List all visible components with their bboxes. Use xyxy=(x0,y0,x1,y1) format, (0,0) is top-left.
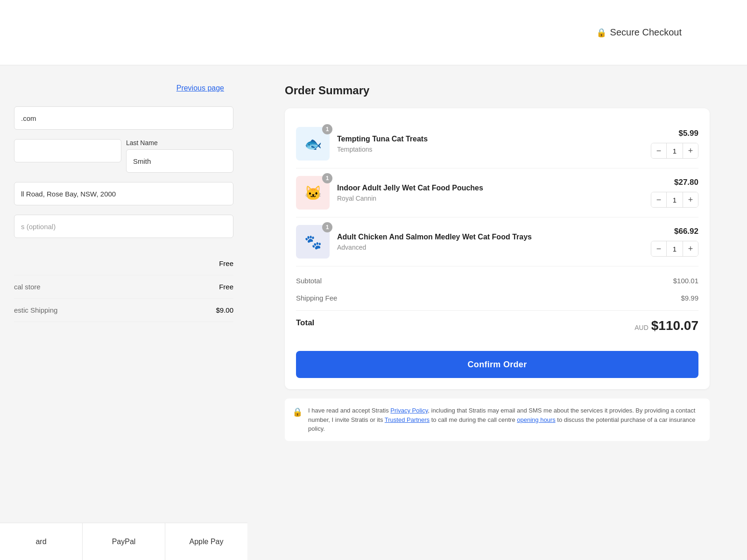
subtotal-label: Subtotal xyxy=(296,277,322,285)
order-items-card: 🐟 1 Tempting Tuna Cat Treats Temptations… xyxy=(285,108,710,389)
item-1-details: Indoor Adult Jelly Wet Cat Food Pouches … xyxy=(337,183,643,203)
item-0-badge: 1 xyxy=(322,124,332,134)
item-1-badge: 1 xyxy=(322,173,332,183)
total-currency: AUD xyxy=(634,324,648,331)
order-item-1: 🐱 1 Indoor Adult Jelly Wet Cat Food Pouc… xyxy=(296,168,698,217)
item-0-right: $5.99 − 1 + xyxy=(651,129,698,159)
item-1-right: $27.80 − 1 + xyxy=(651,178,698,208)
item-0-details: Tempting Tuna Cat Treats Temptations xyxy=(337,134,643,154)
total-value: $110.07 xyxy=(651,318,698,333)
item-1-name: Indoor Adult Jelly Wet Cat Food Pouches xyxy=(337,183,643,193)
order-summary-title: Order Summary xyxy=(285,84,710,97)
item-1-brand: Royal Cannin xyxy=(337,195,643,202)
previous-page-link[interactable]: Previous page xyxy=(14,84,233,92)
opening-hours-link[interactable]: opening hours xyxy=(517,416,555,423)
first-name-group xyxy=(14,139,121,173)
item-2-qty-decrease[interactable]: − xyxy=(651,241,666,256)
item-2-badge: 1 xyxy=(322,222,332,232)
right-panel: Order Summary 🐟 1 Tempting Tuna Cat Trea… xyxy=(247,65,747,560)
email-display: .com xyxy=(14,106,233,130)
item-2-name: Adult Chicken And Salmon Medley Wet Cat … xyxy=(337,232,643,242)
last-name-group: Last Name xyxy=(126,139,233,173)
email-section: .com xyxy=(14,106,233,130)
item-1-qty-value: 1 xyxy=(666,192,683,207)
total-row: Total AUD $110.07 xyxy=(296,310,698,338)
total-label: Total xyxy=(296,318,314,333)
item-1-qty-decrease[interactable]: − xyxy=(651,192,666,207)
payment-tab-applepay[interactable]: Apple Pay xyxy=(165,523,247,560)
order-item-0: 🐟 1 Tempting Tuna Cat Treats Temptations… xyxy=(296,119,698,168)
order-item-2: 🐾 1 Adult Chicken And Salmon Medley Wet … xyxy=(296,217,698,266)
shipping-row-2: estic Shipping $9.00 xyxy=(14,299,233,322)
item-2-right: $66.92 − 1 + xyxy=(651,227,698,257)
payment-tab-card[interactable]: ard xyxy=(0,523,83,560)
item-0-name: Tempting Tuna Cat Treats xyxy=(337,134,643,144)
item-0-price: $5.99 xyxy=(678,129,698,138)
shipping-row-0: Free xyxy=(14,252,233,275)
item-2-price: $66.92 xyxy=(674,227,698,236)
shipping-fee-row: Shipping Fee $9.99 xyxy=(296,289,698,307)
item-2-qty-value: 1 xyxy=(666,241,683,256)
last-name-input[interactable] xyxy=(126,149,233,173)
item-0-qty-value: 1 xyxy=(666,143,683,158)
total-amount: AUD $110.07 xyxy=(634,318,698,333)
item-0-qty-control: − 1 + xyxy=(651,143,698,159)
subtotal-value: $100.01 xyxy=(673,277,698,285)
name-row: Last Name xyxy=(14,139,233,173)
item-1-qty-control: − 1 + xyxy=(651,192,698,208)
secure-checkout-label: Secure Checkout xyxy=(610,27,682,38)
confirm-order-button[interactable]: Confirm Order xyxy=(296,351,698,378)
item-2-qty-increase[interactable]: + xyxy=(683,241,698,256)
shipping-section: Free cal store Free estic Shipping $9.00 xyxy=(14,252,233,322)
item-0-qty-decrease[interactable]: − xyxy=(651,143,666,158)
lock-icon: 🔒 xyxy=(596,28,606,38)
left-panel: Previous page .com Last Name ll Road, xyxy=(0,65,247,560)
privacy-text: I have read and accept Stratis Privacy P… xyxy=(308,406,702,434)
trusted-partners-link[interactable]: Trusted Partners xyxy=(385,416,430,423)
privacy-section: 🔒 I have read and accept Stratis Privacy… xyxy=(285,399,710,441)
item-2-details: Adult Chicken And Salmon Medley Wet Cat … xyxy=(337,232,643,252)
totals-section: Subtotal $100.01 Shipping Fee $9.99 Tota… xyxy=(296,266,698,343)
payment-tabs: ard PayPal Apple Pay xyxy=(0,523,247,560)
shipping-row-1: cal store Free xyxy=(14,275,233,299)
subtotal-row: Subtotal $100.01 xyxy=(296,272,698,289)
shipping-fee-label: Shipping Fee xyxy=(296,294,337,302)
last-name-section: Last Name xyxy=(14,139,233,173)
payment-tab-paypal[interactable]: PayPal xyxy=(83,523,165,560)
main-content: Previous page .com Last Name ll Road, xyxy=(0,65,747,560)
item-0-qty-increase[interactable]: + xyxy=(683,143,698,158)
item-1-image-wrap: 🐱 1 xyxy=(296,176,330,210)
last-name-label: Last Name xyxy=(126,139,233,147)
item-0-image-wrap: 🐟 1 xyxy=(296,127,330,161)
item-1-qty-increase[interactable]: + xyxy=(683,192,698,207)
shipping-fee-value: $9.99 xyxy=(681,294,698,302)
optional-section: s (optional) xyxy=(14,215,233,238)
item-2-qty-control: − 1 + xyxy=(651,241,698,257)
item-2-brand: Advanced xyxy=(337,244,643,251)
header: 🔒 Secure Checkout xyxy=(0,0,747,65)
privacy-policy-link[interactable]: Privacy Policy xyxy=(390,407,428,414)
secure-checkout: 🔒 Secure Checkout xyxy=(596,27,682,38)
item-0-brand: Temptations xyxy=(337,146,643,153)
item-1-price: $27.80 xyxy=(674,178,698,187)
optional-display: s (optional) xyxy=(14,215,233,238)
address-display: ll Road, Rose Bay, NSW, 2000 xyxy=(14,182,233,205)
address-section: ll Road, Rose Bay, NSW, 2000 xyxy=(14,182,233,205)
privacy-lock-icon: 🔒 xyxy=(292,407,303,434)
first-name-input[interactable] xyxy=(14,139,121,162)
item-2-image-wrap: 🐾 1 xyxy=(296,225,330,259)
